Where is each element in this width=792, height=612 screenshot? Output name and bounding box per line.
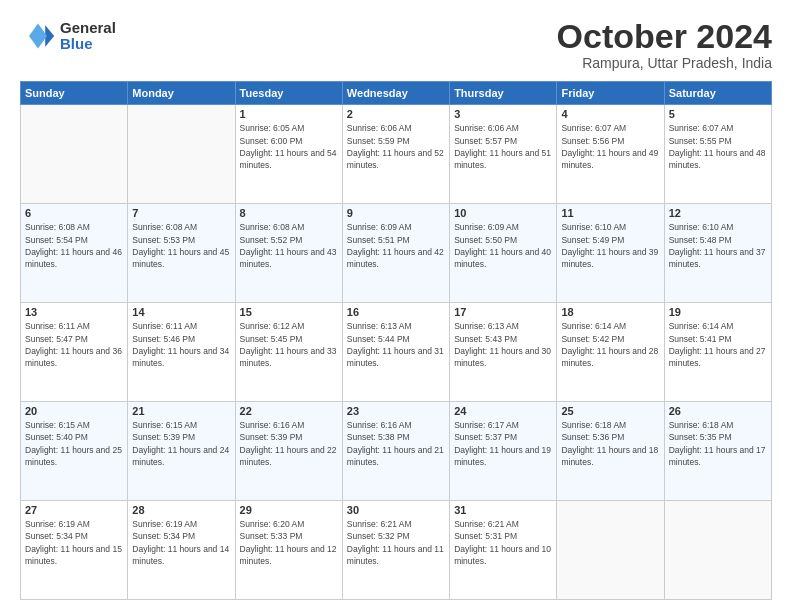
day-info: Sunrise: 6:14 AMSunset: 5:41 PMDaylight:…: [669, 320, 767, 369]
calendar-cell: 22Sunrise: 6:16 AMSunset: 5:39 PMDayligh…: [235, 402, 342, 501]
day-number: 8: [240, 207, 338, 219]
day-number: 29: [240, 504, 338, 516]
day-info: Sunrise: 6:09 AMSunset: 5:51 PMDaylight:…: [347, 221, 445, 270]
calendar-cell: 16Sunrise: 6:13 AMSunset: 5:44 PMDayligh…: [342, 303, 449, 402]
th-tuesday: Tuesday: [235, 82, 342, 105]
calendar-cell: [664, 501, 771, 600]
calendar-cell: 17Sunrise: 6:13 AMSunset: 5:43 PMDayligh…: [450, 303, 557, 402]
day-number: 1: [240, 108, 338, 120]
day-number: 27: [25, 504, 123, 516]
day-number: 17: [454, 306, 552, 318]
location-subtitle: Rampura, Uttar Pradesh, India: [557, 55, 772, 71]
calendar-cell: 27Sunrise: 6:19 AMSunset: 5:34 PMDayligh…: [21, 501, 128, 600]
calendar-cell: 20Sunrise: 6:15 AMSunset: 5:40 PMDayligh…: [21, 402, 128, 501]
day-info: Sunrise: 6:18 AMSunset: 5:35 PMDaylight:…: [669, 419, 767, 468]
day-number: 3: [454, 108, 552, 120]
day-number: 9: [347, 207, 445, 219]
day-info: Sunrise: 6:17 AMSunset: 5:37 PMDaylight:…: [454, 419, 552, 468]
calendar-row: 13Sunrise: 6:11 AMSunset: 5:47 PMDayligh…: [21, 303, 772, 402]
calendar-cell: 30Sunrise: 6:21 AMSunset: 5:32 PMDayligh…: [342, 501, 449, 600]
calendar-cell: 13Sunrise: 6:11 AMSunset: 5:47 PMDayligh…: [21, 303, 128, 402]
day-number: 5: [669, 108, 767, 120]
day-info: Sunrise: 6:06 AMSunset: 5:57 PMDaylight:…: [454, 122, 552, 171]
day-number: 31: [454, 504, 552, 516]
day-number: 7: [132, 207, 230, 219]
day-number: 14: [132, 306, 230, 318]
day-info: Sunrise: 6:13 AMSunset: 5:43 PMDaylight:…: [454, 320, 552, 369]
calendar-cell: [128, 105, 235, 204]
day-info: Sunrise: 6:05 AMSunset: 6:00 PMDaylight:…: [240, 122, 338, 171]
day-number: 6: [25, 207, 123, 219]
day-info: Sunrise: 6:20 AMSunset: 5:33 PMDaylight:…: [240, 518, 338, 567]
th-wednesday: Wednesday: [342, 82, 449, 105]
th-monday: Monday: [128, 82, 235, 105]
day-info: Sunrise: 6:06 AMSunset: 5:59 PMDaylight:…: [347, 122, 445, 171]
day-info: Sunrise: 6:15 AMSunset: 5:40 PMDaylight:…: [25, 419, 123, 468]
month-title: October 2024: [557, 18, 772, 55]
calendar-cell: 15Sunrise: 6:12 AMSunset: 5:45 PMDayligh…: [235, 303, 342, 402]
day-number: 30: [347, 504, 445, 516]
calendar-cell: 5Sunrise: 6:07 AMSunset: 5:55 PMDaylight…: [664, 105, 771, 204]
calendar-cell: 29Sunrise: 6:20 AMSunset: 5:33 PMDayligh…: [235, 501, 342, 600]
header: General Blue October 2024 Rampura, Uttar…: [20, 18, 772, 71]
calendar-cell: 4Sunrise: 6:07 AMSunset: 5:56 PMDaylight…: [557, 105, 664, 204]
day-info: Sunrise: 6:16 AMSunset: 5:39 PMDaylight:…: [240, 419, 338, 468]
day-info: Sunrise: 6:07 AMSunset: 5:56 PMDaylight:…: [561, 122, 659, 171]
calendar-cell: 23Sunrise: 6:16 AMSunset: 5:38 PMDayligh…: [342, 402, 449, 501]
day-number: 15: [240, 306, 338, 318]
day-info: Sunrise: 6:08 AMSunset: 5:54 PMDaylight:…: [25, 221, 123, 270]
day-info: Sunrise: 6:15 AMSunset: 5:39 PMDaylight:…: [132, 419, 230, 468]
day-number: 11: [561, 207, 659, 219]
calendar-cell: 12Sunrise: 6:10 AMSunset: 5:48 PMDayligh…: [664, 204, 771, 303]
day-info: Sunrise: 6:21 AMSunset: 5:32 PMDaylight:…: [347, 518, 445, 567]
logo-blue: Blue: [60, 36, 116, 53]
logo: General Blue: [20, 18, 116, 54]
calendar-row: 20Sunrise: 6:15 AMSunset: 5:40 PMDayligh…: [21, 402, 772, 501]
day-info: Sunrise: 6:10 AMSunset: 5:49 PMDaylight:…: [561, 221, 659, 270]
th-sunday: Sunday: [21, 82, 128, 105]
calendar-row: 27Sunrise: 6:19 AMSunset: 5:34 PMDayligh…: [21, 501, 772, 600]
svg-marker-1: [29, 23, 47, 48]
day-info: Sunrise: 6:19 AMSunset: 5:34 PMDaylight:…: [132, 518, 230, 567]
day-number: 23: [347, 405, 445, 417]
logo-general: General: [60, 20, 116, 37]
day-info: Sunrise: 6:09 AMSunset: 5:50 PMDaylight:…: [454, 221, 552, 270]
calendar-cell: 1Sunrise: 6:05 AMSunset: 6:00 PMDaylight…: [235, 105, 342, 204]
day-info: Sunrise: 6:14 AMSunset: 5:42 PMDaylight:…: [561, 320, 659, 369]
day-info: Sunrise: 6:21 AMSunset: 5:31 PMDaylight:…: [454, 518, 552, 567]
calendar-cell: 3Sunrise: 6:06 AMSunset: 5:57 PMDaylight…: [450, 105, 557, 204]
calendar-cell: 9Sunrise: 6:09 AMSunset: 5:51 PMDaylight…: [342, 204, 449, 303]
day-info: Sunrise: 6:19 AMSunset: 5:34 PMDaylight:…: [25, 518, 123, 567]
day-info: Sunrise: 6:08 AMSunset: 5:52 PMDaylight:…: [240, 221, 338, 270]
day-number: 22: [240, 405, 338, 417]
calendar-cell: 31Sunrise: 6:21 AMSunset: 5:31 PMDayligh…: [450, 501, 557, 600]
calendar-cell: [557, 501, 664, 600]
day-number: 25: [561, 405, 659, 417]
calendar-cell: 7Sunrise: 6:08 AMSunset: 5:53 PMDaylight…: [128, 204, 235, 303]
th-saturday: Saturday: [664, 82, 771, 105]
th-thursday: Thursday: [450, 82, 557, 105]
logo-icon: [20, 18, 56, 54]
calendar-cell: 14Sunrise: 6:11 AMSunset: 5:46 PMDayligh…: [128, 303, 235, 402]
title-block: October 2024 Rampura, Uttar Pradesh, Ind…: [557, 18, 772, 71]
calendar-cell: 6Sunrise: 6:08 AMSunset: 5:54 PMDaylight…: [21, 204, 128, 303]
calendar-cell: 11Sunrise: 6:10 AMSunset: 5:49 PMDayligh…: [557, 204, 664, 303]
day-number: 21: [132, 405, 230, 417]
day-info: Sunrise: 6:08 AMSunset: 5:53 PMDaylight:…: [132, 221, 230, 270]
day-number: 24: [454, 405, 552, 417]
calendar-table: Sunday Monday Tuesday Wednesday Thursday…: [20, 81, 772, 600]
day-info: Sunrise: 6:07 AMSunset: 5:55 PMDaylight:…: [669, 122, 767, 171]
day-info: Sunrise: 6:16 AMSunset: 5:38 PMDaylight:…: [347, 419, 445, 468]
calendar-cell: 26Sunrise: 6:18 AMSunset: 5:35 PMDayligh…: [664, 402, 771, 501]
th-friday: Friday: [557, 82, 664, 105]
calendar-cell: 19Sunrise: 6:14 AMSunset: 5:41 PMDayligh…: [664, 303, 771, 402]
calendar-cell: [21, 105, 128, 204]
calendar-cell: 8Sunrise: 6:08 AMSunset: 5:52 PMDaylight…: [235, 204, 342, 303]
weekday-header-row: Sunday Monday Tuesday Wednesday Thursday…: [21, 82, 772, 105]
day-info: Sunrise: 6:11 AMSunset: 5:47 PMDaylight:…: [25, 320, 123, 369]
day-number: 13: [25, 306, 123, 318]
logo-text: General Blue: [60, 20, 116, 53]
calendar-cell: 18Sunrise: 6:14 AMSunset: 5:42 PMDayligh…: [557, 303, 664, 402]
day-number: 19: [669, 306, 767, 318]
day-number: 18: [561, 306, 659, 318]
